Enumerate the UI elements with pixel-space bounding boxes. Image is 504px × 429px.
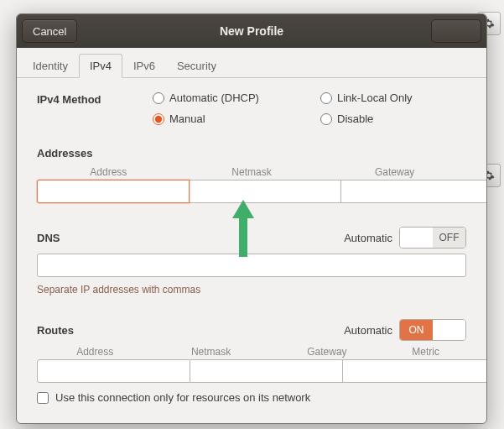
radio-automatic-dhcp-label: Automatic (DHCP) [169,92,259,104]
tab-bar: Identity IPv4 IPv6 Security [17,48,486,78]
routes-col-netmask: Netmask [153,346,268,358]
route-gateway-input[interactable] [343,359,486,383]
ipv4-method-label: IPv4 Method [37,92,153,106]
col-gateway: Gateway [323,166,466,178]
routes-header: Address Netmask Gateway Metric [37,346,466,358]
profile-dialog: Cancel New Profile Identity IPv4 IPv6 Se… [16,13,487,424]
tab-identity[interactable]: Identity [22,54,79,78]
radio-disable-input[interactable] [320,113,332,125]
dns-automatic-label: Automatic [344,232,392,244]
routes-col-address: Address [37,346,153,358]
radio-link-local-label: Link-Local Only [337,92,413,104]
dns-title: DNS [37,232,60,244]
addresses-title: Addresses [37,147,466,160]
radio-disable-label: Disable [337,112,373,125]
routes-automatic-toggle[interactable]: ON OFF [399,319,466,341]
dialog-title: New Profile [17,24,486,38]
only-resources-row[interactable]: Use this connection only for resources o… [37,391,466,404]
radio-manual-label: Manual [169,112,205,125]
route-address-input[interactable] [37,359,190,383]
titlebar-right-spacer [431,19,481,43]
routes-toggle-off-half: OFF [433,320,465,340]
dns-toggle-on-half: ON [400,228,433,248]
routes-toggle-on-half: ON [400,320,433,340]
tab-security[interactable]: Security [166,54,227,78]
radio-link-local[interactable]: Link-Local Only [320,92,413,104]
radio-manual-input[interactable] [153,113,164,125]
dns-hint: Separate IP addresses with commas [37,284,466,296]
dns-toggle-off-half: OFF [433,228,465,248]
radio-automatic-dhcp-input[interactable] [153,92,164,104]
routes-title: Routes [37,324,74,337]
dns-automatic-toggle[interactable]: ON OFF [399,227,466,249]
routes-col-metric: Metric [385,346,466,358]
routes-automatic-label: Automatic [344,324,392,337]
radio-manual[interactable]: Manual [153,112,320,125]
titlebar: Cancel New Profile [17,14,486,48]
radio-disable[interactable]: Disable [320,112,413,125]
gateway-input[interactable] [341,180,486,203]
tab-ipv4[interactable]: IPv4 [79,54,122,78]
radio-link-local-input[interactable] [320,92,332,104]
routes-col-gateway: Gateway [269,346,385,358]
addresses-header: Address Netmask Gateway [37,166,466,178]
address-input[interactable] [37,180,190,203]
tab-ipv6[interactable]: IPv6 [122,54,166,78]
route-netmask-input[interactable] [190,359,343,383]
cancel-button[interactable]: Cancel [22,19,77,43]
col-netmask: Netmask [180,166,324,178]
only-resources-label: Use this connection only for resources o… [55,391,310,404]
netmask-input[interactable] [190,180,341,203]
tab-content: IPv4 Method Automatic (DHCP) Link-Local … [17,78,486,424]
addresses-row [37,180,466,203]
only-resources-checkbox[interactable] [37,392,49,404]
col-address: Address [37,166,180,178]
radio-automatic-dhcp[interactable]: Automatic (DHCP) [153,92,320,104]
routes-row [37,359,466,383]
dns-input[interactable] [37,254,466,277]
